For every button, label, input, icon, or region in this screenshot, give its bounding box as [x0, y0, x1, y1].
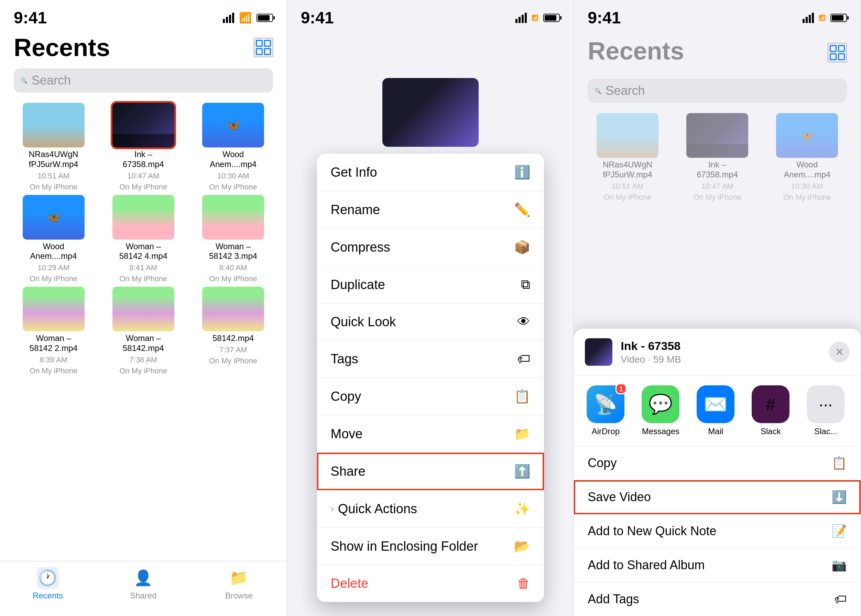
menu-label-get-info: Get Info [331, 165, 377, 180]
share-action-tags[interactable]: Add Tags 🏷 [574, 582, 861, 616]
slack-label: Slack [760, 427, 781, 436]
search-bar-1[interactable]: 🔍 Search [14, 68, 273, 93]
share-apps-row: 📡 1 AirDrop 💬 Messages ✉️ Mail # [574, 376, 861, 446]
status-icons-1: 📶 [223, 12, 273, 24]
file-name-7: Woman –58142.mp4 [123, 333, 164, 354]
shared-icon: 👤 [134, 569, 153, 587]
share-app-airdrop[interactable]: 📡 1 AirDrop [585, 385, 626, 436]
save-video-action-icon: ⬇️ [831, 490, 847, 504]
grid-view-button-1[interactable] [254, 38, 273, 57]
menu-item-share[interactable]: Share ⬆️ [317, 453, 544, 490]
share-action-list: Copy 📋 Save Video ⬇️ Add to New Quick No… [574, 446, 861, 616]
tab-recents[interactable]: 🕐 Recents [0, 567, 96, 600]
file-name-1: Ink –67358.mp4 [123, 149, 164, 170]
menu-label-copy: Copy [331, 389, 361, 404]
share-app-mail[interactable]: ✉️ Mail [695, 385, 736, 436]
panel-context-menu: 9:41 📶 Get Info ℹ️ Rename [287, 0, 574, 616]
status-time-2: 9:41 [301, 8, 334, 27]
tab-browse[interactable]: 📁 Browse [191, 567, 287, 600]
search-bar-3[interactable]: 🔍 Search [588, 79, 847, 103]
menu-item-rename[interactable]: Rename ✏️ [317, 191, 544, 229]
panel3-file-thumb-2: 🦋 [776, 113, 838, 158]
recents-tab-icon-wrap: 🕐 [37, 567, 59, 589]
menu-item-tags[interactable]: Tags 🏷 [317, 341, 544, 378]
file-item-2[interactable]: 🦋 WoodAnem....mp4 10:30 AM On My iPhone [190, 103, 276, 192]
menu-item-copy[interactable]: Copy 📋 [317, 378, 544, 415]
file-item-1[interactable]: Ink –67358.mp4 10:47 AM On My iPhone [100, 103, 186, 192]
tab-browse-label: Browse [225, 591, 253, 600]
share-sheet-header: Ink - 67358 Video · 59 MB ✕ [574, 328, 861, 376]
wifi-icon-3: 📶 [819, 14, 826, 21]
menu-icon-tags: 🏷 [517, 352, 530, 366]
file-thumb-1 [112, 103, 174, 148]
file-thumb-7 [112, 287, 174, 332]
file-item-4[interactable]: Woman –58142 4.mp4 8:41 AM On My iPhone [100, 195, 186, 284]
more-apps-icon: ··· [807, 385, 845, 423]
panel3-file-item-1: Ink –67358.mp4 10:47 AM On My iPhone [674, 113, 760, 202]
menu-label-duplicate: Duplicate [331, 277, 385, 292]
share-app-messages[interactable]: 💬 Messages [640, 385, 681, 436]
copy-action-icon: 📋 [831, 456, 847, 470]
panel3-file-time-2: 10:30 AM [791, 182, 823, 191]
menu-item-duplicate[interactable]: Duplicate ⧉ [317, 266, 544, 303]
file-item-6[interactable]: Woman –58142 2.mp4 8:39 AM On My iPhone [10, 287, 97, 376]
menu-icon-delete: 🗑 [517, 576, 530, 591]
share-action-tags-label: Add Tags [588, 592, 639, 607]
panel3-file-time-1: 10:47 AM [702, 182, 734, 191]
tab-shared-label: Shared [130, 591, 156, 600]
browse-icon: 📁 [229, 569, 248, 587]
file-name-4: Woman –58142 4.mp4 [119, 242, 167, 262]
share-action-save-video[interactable]: Save Video ⬇️ [574, 480, 861, 514]
menu-item-quick-look[interactable]: Quick Look 👁 [317, 303, 544, 341]
menu-icon-rename: ✏️ [514, 202, 530, 217]
file-time-4: 8:41 AM [129, 263, 157, 272]
menu-label-share: Share [331, 464, 365, 479]
file-item-5[interactable]: Woman –58142 3.mp4 8:40 AM On My iPhone [190, 195, 276, 284]
file-time-6: 8:39 AM [39, 355, 68, 365]
file-item-7[interactable]: Woman –58142.mp4 7:38 AM On My iPhone [100, 287, 186, 376]
panel1-header: Recents 🔍 Search [0, 30, 287, 99]
browse-tab-icon-wrap: 📁 [228, 567, 250, 589]
status-icons-2: 📶 [515, 13, 560, 23]
wifi-icon-1: 📶 [239, 12, 252, 24]
file-time-2: 10:30 AM [217, 171, 249, 181]
panel3-file-thumb-1 [686, 113, 748, 158]
menu-item-show-enclosing[interactable]: Show in Enclosing Folder 📂 [317, 528, 544, 565]
share-app-more[interactable]: ··· Slac... [805, 385, 846, 436]
menu-item-get-info[interactable]: Get Info ℹ️ [317, 154, 544, 191]
status-bar-2: 9:41 📶 [287, 0, 574, 30]
mail-label: Mail [708, 427, 723, 436]
battery-icon-2 [543, 14, 560, 22]
share-action-copy[interactable]: Copy 📋 [574, 446, 861, 480]
tab-bar-1: 🕐 Recents 👤 Shared 📁 Browse [0, 561, 287, 616]
shared-tab-icon-wrap: 👤 [132, 567, 154, 589]
share-app-slack[interactable]: # Slack [750, 385, 791, 436]
file-item-3[interactable]: 🦋 WoodAnem....mp4 10:29 AM On My iPhone [10, 195, 97, 284]
share-action-quick-note[interactable]: Add to New Quick Note 📝 [574, 514, 861, 548]
battery-icon-1 [257, 14, 273, 22]
file-location-2: On My iPhone [209, 182, 257, 192]
file-name-2: WoodAnem....mp4 [210, 149, 257, 170]
menu-item-delete[interactable]: Delete 🗑 [317, 565, 544, 602]
share-action-shared-album-label: Add to Shared Album [588, 558, 705, 572]
grid-view-button-3[interactable] [828, 43, 847, 62]
file-time-8: 7:37 AM [219, 346, 247, 354]
tab-recents-label: Recents [33, 591, 63, 600]
share-action-shared-album[interactable]: Add to Shared Album 📷 [574, 548, 861, 582]
menu-item-compress[interactable]: Compress 📦 [317, 229, 544, 266]
share-file-info: Ink - 67358 Video · 59 MB [621, 339, 821, 365]
menu-label-quick-look: Quick Look [331, 314, 396, 329]
share-sheet-close-button[interactable]: ✕ [829, 342, 850, 362]
grid-icon-1 [256, 40, 271, 55]
file-grid-3: NRas4UWgNfPJ5urW.mp4 10:51 AM On My iPho… [574, 110, 861, 205]
share-sheet: Ink - 67358 Video · 59 MB ✕ 📡 1 AirDrop … [574, 328, 861, 616]
file-item-0[interactable]: NRas4UWgNfPJ5urW.mp4 10:51 AM On My iPho… [10, 103, 97, 192]
shared-album-action-icon: 📷 [831, 558, 847, 572]
menu-item-quick-actions[interactable]: › Quick Actions ✨ [317, 490, 544, 528]
search-placeholder-3: Search [606, 83, 645, 98]
file-time-7: 7:38 AM [129, 355, 157, 365]
menu-item-move[interactable]: Move 📁 [317, 415, 544, 453]
search-placeholder-1: Search [31, 73, 71, 88]
tab-shared[interactable]: 👤 Shared [96, 567, 191, 600]
file-item-8[interactable]: 58142.mp4 7:37 AM On My iPhone [190, 287, 276, 376]
